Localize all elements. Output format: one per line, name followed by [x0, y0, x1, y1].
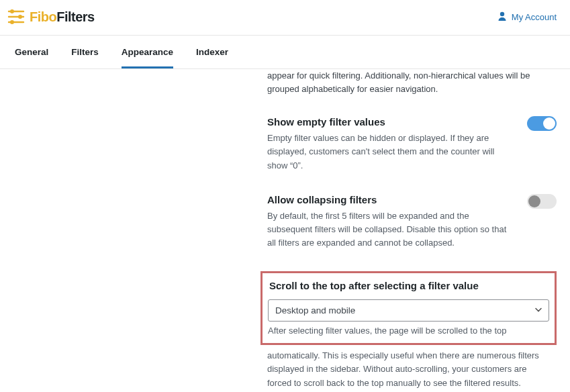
setting-description: By default, the first 5 filters will be …: [267, 209, 509, 250]
setting-title: Allow collapsing filters: [267, 194, 509, 205]
main-tabs: General Filters Appearance Indexer: [0, 36, 570, 69]
logo-icon: [7, 8, 26, 26]
logo: FiboFilters: [7, 8, 95, 26]
app-header: FiboFilters My Account: [0, 0, 570, 36]
scroll-top-select[interactable]: Desktop and mobile: [268, 299, 549, 322]
allow-collapsing-toggle[interactable]: [527, 194, 557, 209]
setting-title: Scroll to the top after selecting a filt…: [269, 280, 549, 291]
tab-appearance[interactable]: Appearance: [122, 36, 173, 68]
tab-filters[interactable]: Filters: [71, 36, 99, 68]
setting-title: Show empty filter values: [267, 116, 509, 128]
setting-description-rest: automatically. This is especially useful…: [267, 349, 557, 389]
settings-content: appear for quick filtering. Additionally…: [0, 69, 570, 390]
my-account-label: My Account: [512, 12, 557, 22]
setting-description: Empty filter values can be hidden or dis…: [267, 132, 509, 172]
setting-scroll-to-top: Scroll to the top after selecting a filt…: [267, 271, 557, 390]
svg-point-6: [500, 11, 504, 15]
highlight-annotation: Scroll to the top after selecting a filt…: [260, 271, 557, 345]
svg-point-3: [10, 9, 14, 13]
svg-point-5: [10, 20, 14, 24]
logo-text: FiboFilters: [30, 9, 95, 25]
prev-section-partial-text: appear for quick filtering. Additionally…: [267, 69, 557, 96]
show-empty-toggle[interactable]: [527, 116, 557, 131]
tab-general[interactable]: General: [15, 36, 48, 68]
setting-show-empty-values: Show empty filter values Empty filter va…: [267, 116, 557, 172]
setting-description-line1: After selecting filter values, the page …: [268, 324, 549, 338]
setting-allow-collapsing: Allow collapsing filters By default, the…: [267, 194, 557, 250]
svg-point-4: [18, 15, 22, 19]
my-account-link[interactable]: My Account: [497, 11, 557, 23]
user-icon: [497, 11, 508, 23]
tab-indexer[interactable]: Indexer: [196, 36, 228, 68]
